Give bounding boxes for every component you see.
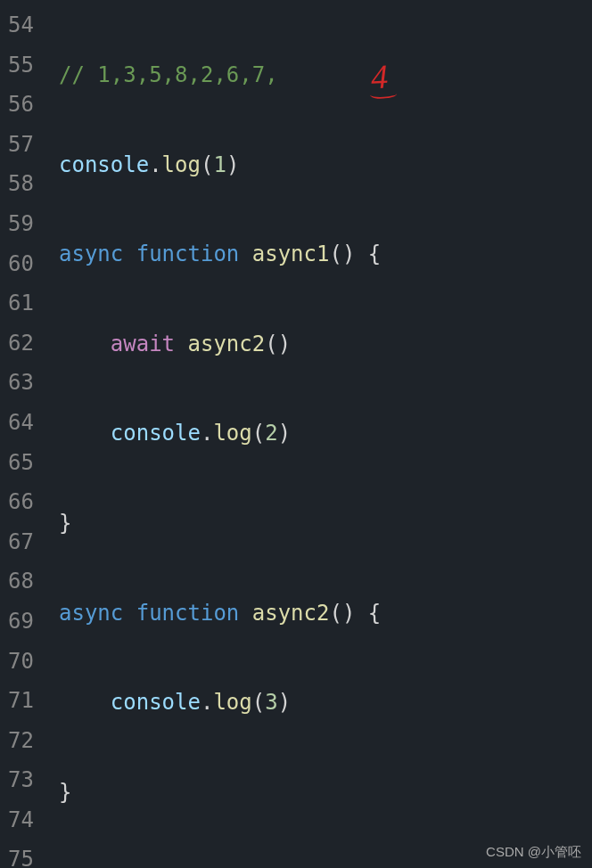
line-number: 58	[0, 164, 34, 204]
line-number: 69	[0, 602, 34, 642]
line-number: 62	[0, 323, 34, 364]
code-line[interactable]: async1()	[59, 862, 592, 868]
line-number: 65	[0, 443, 34, 483]
code-line[interactable]: console.log(3)	[59, 683, 592, 723]
line-number: 72	[0, 721, 34, 761]
code-line[interactable]: console.log(2)	[59, 414, 592, 454]
line-number: 73	[0, 760, 34, 800]
line-number: 70	[0, 642, 34, 682]
line-number: 56	[0, 85, 34, 125]
line-number: 74	[0, 800, 34, 840]
line-number: 67	[0, 522, 34, 562]
line-number: 55	[0, 45, 34, 86]
line-number: 66	[0, 482, 34, 522]
line-number: 71	[0, 681, 34, 721]
code-content[interactable]: // 1,3,5,8,2,6,7,4 console.log(1) async …	[45, 0, 592, 868]
comment-text: 1,3,5,8,2,6,7,	[85, 62, 278, 87]
line-number: 75	[0, 839, 34, 868]
line-number: 63	[0, 363, 34, 403]
code-line[interactable]: async function async1() {	[59, 234, 592, 274]
watermark: CSDN @小管呸	[486, 844, 581, 861]
code-editor[interactable]: 54 55 56 57 58 59 60 61 62 63 64 65 66 6…	[0, 0, 592, 868]
line-number: 60	[0, 244, 34, 284]
code-line[interactable]: async function async2() {	[59, 594, 592, 634]
code-line[interactable]: }	[59, 504, 592, 544]
code-line[interactable]: console.log(1)	[59, 145, 592, 185]
line-number: 59	[0, 204, 34, 244]
line-number: 64	[0, 403, 34, 443]
line-number: 68	[0, 561, 34, 602]
line-number: 57	[0, 125, 34, 165]
code-line[interactable]: await async2()	[59, 324, 592, 364]
code-line[interactable]: }	[59, 773, 592, 813]
comment: //	[59, 62, 85, 87]
handwritten-annotation: 4	[370, 57, 389, 98]
line-number: 54	[0, 5, 34, 45]
code-line[interactable]: // 1,3,5,8,2,6,7,4	[59, 55, 592, 95]
line-number-gutter: 54 55 56 57 58 59 60 61 62 63 64 65 66 6…	[0, 0, 45, 868]
line-number: 61	[0, 283, 34, 323]
